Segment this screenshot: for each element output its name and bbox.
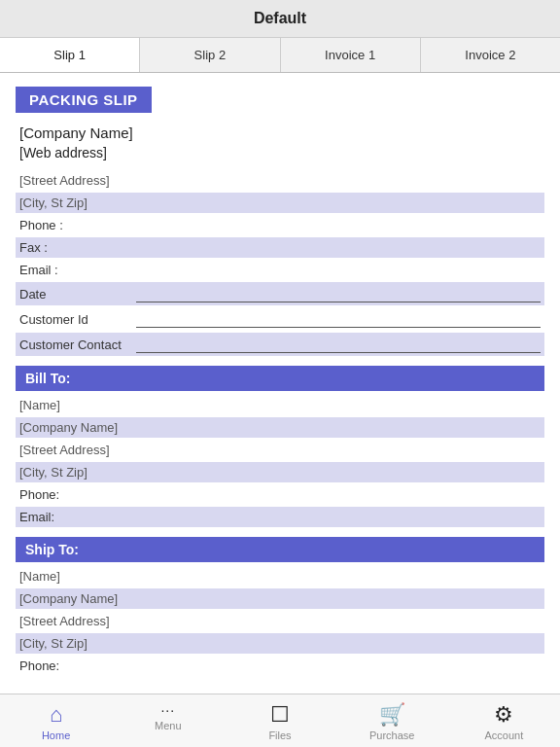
nav-home[interactable]: ⌂ Home — [0, 700, 112, 743]
bill-city-row: [City, St Zip] — [16, 462, 544, 482]
bill-city-value: [City, St Zip] — [19, 465, 541, 480]
ship-name-value: [Name] — [19, 569, 541, 584]
bill-email-row: Email: — [16, 507, 544, 527]
main-content: PACKING SLIP [Company Name] [Web address… — [0, 73, 560, 694]
menu-icon: ··· — [160, 702, 175, 718]
bill-name-value: [Name] — [19, 398, 541, 412]
ship-company-row: [Company Name] — [16, 588, 544, 609]
ship-city-value: [City, St Zip] — [19, 636, 541, 651]
account-icon: ⚙ — [494, 702, 513, 728]
files-label: Files — [268, 729, 291, 741]
customer-id-label: Customer Id — [19, 312, 136, 327]
street-address-row: [Street Address] — [16, 170, 544, 191]
date-input[interactable] — [136, 285, 541, 302]
menu-label: Menu — [155, 720, 182, 731]
bill-street-value: [Street Address] — [19, 443, 541, 457]
ship-phone-label: Phone: — [19, 658, 136, 673]
purchase-icon: 🛒 — [379, 702, 405, 728]
bill-phone-label: Phone: — [19, 487, 136, 502]
ship-city-row: [City, St Zip] — [16, 633, 544, 654]
customer-contact-label: Customer Contact — [19, 338, 136, 352]
customer-id-input[interactable] — [136, 310, 541, 328]
home-label: Home — [42, 729, 70, 741]
ship-phone-row: Phone: — [16, 656, 544, 676]
tab-invoice2[interactable]: Invoice 2 — [421, 38, 560, 72]
nav-purchase[interactable]: 🛒 Purchase — [336, 700, 448, 743]
tab-slip2[interactable]: Slip 2 — [140, 38, 280, 72]
ship-name-row: [Name] — [16, 566, 544, 587]
nav-menu[interactable]: ··· Menu — [112, 700, 224, 743]
tab-invoice1[interactable]: Invoice 1 — [281, 38, 421, 72]
ship-street-value: [Street Address] — [19, 614, 541, 628]
city-value: [City, St Zip] — [19, 196, 541, 210]
tab-slip1[interactable]: Slip 1 — [0, 38, 140, 72]
header-title: Default — [254, 10, 306, 26]
nav-files[interactable]: ☐ Files — [224, 700, 335, 743]
street-address-value: [Street Address] — [19, 173, 541, 188]
date-label: Date — [19, 287, 136, 302]
bill-company-value: [Company Name] — [19, 420, 541, 435]
company-name: [Company Name] — [16, 124, 544, 141]
web-address: [Web address] — [16, 145, 544, 160]
ship-street-row: [Street Address] — [16, 611, 544, 631]
packing-slip-banner: PACKING SLIP — [16, 87, 152, 113]
email-label: Email : — [19, 263, 136, 277]
bottom-nav: ⌂ Home ··· Menu ☐ Files 🛒 Purchase ⚙ Acc… — [0, 694, 560, 747]
bill-company-row: [Company Name] — [16, 417, 544, 438]
nav-account[interactable]: ⚙ Account — [448, 700, 560, 743]
ship-to-header: Ship To: — [16, 537, 544, 562]
fax-row: Fax : — [16, 237, 544, 258]
bill-to-header: Bill To: — [16, 366, 544, 391]
home-icon: ⌂ — [50, 702, 62, 728]
bill-email-label: Email: — [19, 510, 136, 524]
customer-contact-row: Customer Contact — [16, 333, 544, 356]
phone-row: Phone : — [16, 215, 544, 235]
bill-phone-row: Phone: — [16, 484, 544, 505]
tab-bar: Slip 1 Slip 2 Invoice 1 Invoice 2 — [0, 38, 560, 73]
bill-name-row: [Name] — [16, 395, 544, 415]
files-icon: ☐ — [270, 702, 290, 728]
city-row: [City, St Zip] — [16, 193, 544, 213]
app-header: Default — [0, 0, 560, 38]
bill-street-row: [Street Address] — [16, 440, 544, 460]
date-row: Date — [16, 282, 544, 305]
email-row: Email : — [16, 260, 544, 280]
customer-contact-input[interactable] — [136, 336, 541, 353]
account-label: Account — [485, 729, 524, 741]
phone-label: Phone : — [19, 218, 136, 232]
customer-id-row: Customer Id — [16, 307, 544, 331]
purchase-label: Purchase — [369, 729, 414, 741]
ship-company-value: [Company Name] — [19, 591, 541, 606]
fax-label: Fax : — [19, 240, 136, 255]
